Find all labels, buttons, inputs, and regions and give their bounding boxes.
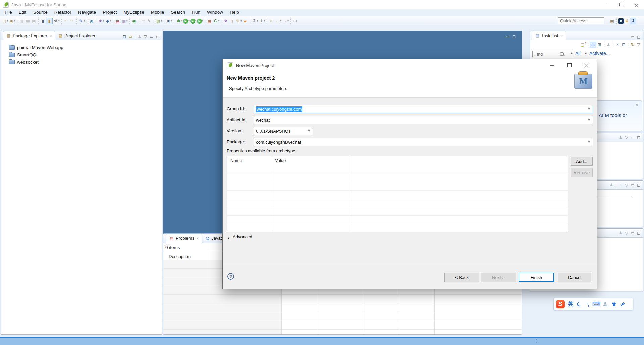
mark-occurrences-icon[interactable]: ✎	[235, 18, 241, 24]
debug-icon[interactable]: ✱	[176, 18, 182, 24]
forward-icon-dropdown[interactable]: ▾	[287, 20, 289, 22]
chevron-down-icon[interactable]: ∨	[588, 106, 590, 111]
run-icon[interactable]: ▶	[183, 19, 188, 24]
close-tab-icon[interactable]: ×	[561, 34, 563, 38]
jar-sparkle-icon[interactable]: ❖	[97, 18, 103, 24]
maximize-panel-icon[interactable]: ◻	[636, 134, 642, 140]
annotate-icon[interactable]: ✎	[146, 18, 152, 24]
taskbar-divider[interactable]	[536, 339, 537, 344]
chevron-down-icon[interactable]: ∨	[588, 139, 590, 144]
undo-icon[interactable]: ↶	[63, 18, 69, 24]
artifact-id-combo[interactable]: wechat ∨	[254, 116, 593, 124]
new-report-icon[interactable]: ✎	[78, 18, 84, 24]
debug-icon-dropdown[interactable]: ▾	[181, 20, 183, 22]
new-wizard-icon-dropdown[interactable]: ▾	[7, 20, 8, 22]
pin-editor-icon[interactable]: ⊡	[292, 18, 298, 24]
java-perspective-icon[interactable]: J	[630, 18, 636, 24]
maximize-panel-icon[interactable]: ◻	[636, 34, 642, 40]
new-java-project-icon[interactable]: ▣	[9, 18, 15, 24]
new-task-icon-dropdown[interactable]: ▾	[585, 42, 586, 48]
open-resource-icon[interactable]: ▰	[242, 18, 248, 24]
export-icon-dropdown[interactable]: ▾	[264, 20, 265, 22]
maven-build-icon-dropdown[interactable]: ▾	[218, 20, 220, 22]
menu-navigate[interactable]: Navigate	[75, 9, 99, 16]
menu-project[interactable]: Project	[99, 9, 120, 16]
menu-search[interactable]: Search	[167, 9, 189, 16]
tab-task-list[interactable]: ▤ Task List ×	[532, 31, 566, 40]
spring-perspective-icon[interactable]: 8	[618, 18, 624, 24]
save-all-icon[interactable]: ▦	[25, 18, 31, 24]
profile-icon[interactable]: ▶	[197, 19, 202, 24]
maximize-panel-icon[interactable]: ◻	[636, 182, 642, 188]
activate-expander-icon[interactable]: ▸	[585, 51, 587, 55]
menu-myeclipse[interactable]: MyEclipse	[120, 9, 148, 16]
last-edit-location-icon[interactable]: ⇤	[269, 18, 275, 24]
advanced-section-toggle[interactable]: Advanced	[233, 234, 252, 239]
export-icon[interactable]: ↥	[258, 18, 264, 24]
menu-run[interactable]: Run	[189, 9, 204, 16]
save-icon[interactable]: ▥	[19, 18, 25, 24]
minimize-panel-icon[interactable]: ▭	[630, 134, 636, 140]
forward-icon[interactable]: →	[282, 18, 288, 24]
minimize-panel-icon[interactable]: ▭	[630, 182, 636, 188]
open-perspective-icon[interactable]: ▦	[609, 18, 615, 24]
snippet-icon-dropdown[interactable]: ▾	[161, 20, 162, 22]
new-wizard-icon[interactable]: ▢	[1, 18, 7, 24]
jar-sparkle-icon-dropdown[interactable]: ▾	[103, 20, 104, 22]
maximize-panel-icon[interactable]: ◻	[155, 33, 161, 40]
task-find-input[interactable]	[532, 51, 573, 57]
sync-repository-icon[interactable]: ↻	[630, 42, 636, 48]
quick-access-input[interactable]	[558, 17, 604, 24]
minimize-panel-icon[interactable]: ▭	[149, 33, 155, 40]
link-with-editor-icon[interactable]: ⇄	[127, 33, 133, 40]
clipboard-icon[interactable]: ▯	[229, 18, 235, 24]
redo-icon[interactable]: ↷	[69, 18, 75, 24]
keyboard-icon[interactable]: ⌨	[593, 301, 599, 307]
focus-icon[interactable]: ♟	[618, 230, 624, 236]
column-name[interactable]: Name	[230, 158, 242, 163]
view-menu-icon[interactable]: ▽	[636, 42, 642, 48]
moon-icon[interactable]	[576, 301, 582, 307]
collapse-all-icon[interactable]: ⊟	[621, 42, 627, 48]
back-button[interactable]: < Back	[444, 273, 479, 282]
print-icon[interactable]: ▤	[31, 18, 37, 24]
build-hammer-icon-dropdown[interactable]: ▾	[58, 20, 60, 22]
view-menu-icon[interactable]: ▽	[624, 230, 630, 236]
device-connector-icon[interactable]: ▮	[40, 18, 46, 24]
dialog-maximize-button[interactable]	[561, 59, 578, 71]
focus-icon[interactable]: ♟	[618, 134, 624, 140]
screen-capture-icon-dropdown[interactable]: ▾	[171, 20, 172, 22]
project-item-paimai[interactable]: paimai Maven Webapp	[1, 44, 162, 51]
window-restore-button[interactable]	[613, 0, 629, 9]
dialog-minimize-button[interactable]	[544, 59, 561, 71]
import-icon-dropdown[interactable]: ▾	[257, 20, 258, 22]
new-report-icon-dropdown[interactable]: ▾	[84, 20, 85, 22]
tab-package-explorer[interactable]: ▦ Package Explorer ×	[3, 31, 55, 40]
view-menu-icon[interactable]: ▽	[624, 134, 630, 140]
menu-source[interactable]: Source	[30, 9, 51, 16]
maximize-panel-icon[interactable]: ◻	[636, 230, 642, 236]
focus-on-task-icon[interactable]: ♟	[137, 33, 143, 40]
properties-table[interactable]: Name Value	[227, 156, 568, 232]
collapse-all-icon[interactable]: ⊟	[121, 33, 127, 40]
scheduled-view-icon[interactable]: ⊞	[596, 42, 602, 48]
remove-button[interactable]: Remove	[571, 168, 593, 177]
web-browser-icon[interactable]: ◉	[131, 18, 137, 24]
task-activate-link[interactable]: Activate...	[589, 51, 610, 56]
new-java-project-icon-dropdown[interactable]: ▾	[14, 20, 16, 22]
version-combo[interactable]: 0.0.1-SNAPSHOT ∨	[254, 127, 313, 135]
project-item-websocket[interactable]: websocket	[1, 58, 162, 66]
cancel-button[interactable]: Cancel	[558, 273, 591, 282]
sogou-logo[interactable]: S	[556, 300, 565, 308]
maximize-editor-icon[interactable]: ◻	[511, 33, 517, 39]
sort-az-icon[interactable]: ↓	[618, 182, 624, 188]
wrench-icon[interactable]	[620, 301, 626, 307]
menu-help[interactable]: Help	[226, 9, 243, 16]
next-button[interactable]: Next >	[481, 273, 516, 282]
webservice-globe-icon[interactable]: ◉	[88, 18, 94, 24]
chevron-down-icon[interactable]: ∨	[308, 128, 310, 133]
build-hammer-icon[interactable]: ⚒	[53, 18, 59, 24]
all-expander-icon[interactable]: ▸	[571, 51, 573, 55]
task-filter-all-link[interactable]: All	[575, 51, 581, 56]
minimize-panel-icon[interactable]: ▭	[630, 34, 636, 40]
